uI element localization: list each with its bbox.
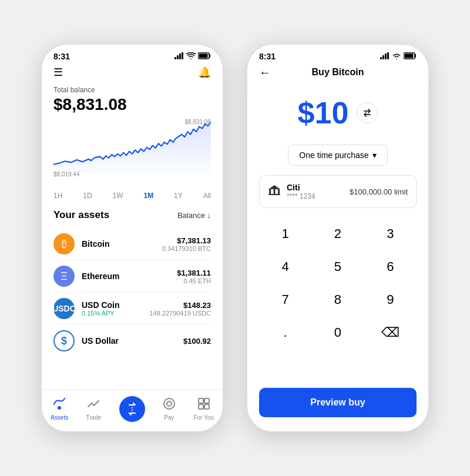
chart-min-label: $8,019.44 <box>53 171 80 177</box>
amount-value: $10 <box>298 95 349 130</box>
key-0[interactable]: 0 <box>311 316 364 349</box>
filter-1m[interactable]: 1M <box>143 192 153 200</box>
key-1[interactable]: 1 <box>259 217 311 250</box>
screen-title: Buy Bitcoin <box>312 67 364 78</box>
keypad: 1 2 3 4 5 6 7 8 9 . 0 ⌫ <box>259 217 417 349</box>
assets-sort[interactable]: Balance ↓ <box>177 211 211 220</box>
key-8[interactable]: 8 <box>311 283 364 316</box>
chevron-down-icon: ▾ <box>372 150 377 160</box>
key-backspace[interactable]: ⌫ <box>364 316 417 349</box>
assets-header: Your assets Balance ↓ <box>53 209 211 221</box>
svg-rect-18 <box>405 54 414 58</box>
left-status-bar: 8:31 <box>42 45 223 63</box>
usdc-info: USD Coin 0.15% APY <box>82 300 149 317</box>
key-3[interactable]: 3 <box>364 217 417 250</box>
svg-point-7 <box>164 398 174 409</box>
key-4[interactable]: 4 <box>259 250 311 283</box>
filter-all[interactable]: All <box>203 192 211 200</box>
asset-row-ethereum[interactable]: Ξ Ethereum $1,381.11 0.45 ETH <box>53 260 211 293</box>
asset-row-usdc[interactable]: USDC USD Coin 0.15% APY $148.23 148.2279… <box>53 293 211 325</box>
nav-pay[interactable]: Pay <box>163 397 176 421</box>
svg-rect-1 <box>177 55 179 59</box>
bank-icon <box>268 185 281 199</box>
purchase-type-label: One time purchase <box>299 150 368 160</box>
key-5[interactable]: 5 <box>311 250 364 283</box>
buy-bitcoin-header: ← Buy Bitcoin <box>247 63 428 86</box>
right-phone: 8:31 <box>247 44 429 432</box>
usdc-icon: USDC <box>53 298 75 319</box>
left-header: ☰ 🔔 <box>42 63 223 86</box>
filter-1d[interactable]: 1D <box>83 192 92 200</box>
payment-method[interactable]: Citi **** 1234 $100,000.00 limit <box>259 175 417 208</box>
svg-rect-13 <box>380 57 382 59</box>
right-time: 8:31 <box>259 52 276 61</box>
balance-value: $8,831.08 <box>53 95 211 114</box>
foryou-icon <box>197 397 210 413</box>
preview-buy-button[interactable]: Preview buy <box>259 388 417 417</box>
svg-rect-19 <box>269 189 271 194</box>
asset-row-usd[interactable]: $ US Dollar $100.92 <box>53 325 211 357</box>
nav-pay-label: Pay <box>164 414 174 421</box>
nav-assets-label: Assets <box>51 414 68 421</box>
left-status-icons <box>174 52 211 61</box>
pay-icon <box>163 397 176 413</box>
bitcoin-values: $7,381.13 0.34179310 BTC <box>162 236 211 252</box>
key-7[interactable]: 7 <box>259 283 311 316</box>
left-time: 8:31 <box>53 52 70 61</box>
ethereum-crypto: 0.45 ETH <box>177 277 211 284</box>
bottom-nav: Assets Trade Pay For You <box>42 390 223 431</box>
nav-foryou-label: For You <box>193 414 213 421</box>
ethereum-name: Ethereum <box>82 271 177 281</box>
bitcoin-crypto: 0.34179310 BTC <box>162 245 211 252</box>
ethereum-values: $1,381.11 0.45 ETH <box>177 269 211 284</box>
key-9[interactable]: 9 <box>364 283 417 316</box>
amount-display: $10 <box>259 95 417 130</box>
key-6[interactable]: 6 <box>364 250 417 283</box>
svg-rect-20 <box>274 189 276 194</box>
purchase-type-button[interactable]: One time purchase ▾ <box>288 145 387 166</box>
key-2[interactable]: 2 <box>311 217 364 250</box>
svg-rect-12 <box>204 404 209 409</box>
nav-assets[interactable]: Assets <box>51 397 68 421</box>
payment-limit: $100,000.00 limit <box>350 187 408 196</box>
back-button[interactable]: ← <box>259 66 271 79</box>
nav-trade[interactable]: Trade <box>86 397 102 421</box>
battery-icon-right <box>404 52 417 61</box>
menu-icon[interactable]: ☰ <box>53 66 63 79</box>
usd-name: US Dollar <box>82 336 183 346</box>
wifi-icon <box>186 52 196 61</box>
svg-rect-0 <box>174 57 176 59</box>
usdc-usd: $148.23 <box>149 301 211 310</box>
payment-bank-name: Citi <box>287 183 344 192</box>
filter-1w[interactable]: 1W <box>113 192 123 200</box>
signal-icon-right <box>380 52 390 61</box>
filter-1h[interactable]: 1H <box>53 192 62 200</box>
bitcoin-name: Bitcoin <box>82 239 162 249</box>
notification-icon[interactable]: 🔔 <box>198 66 211 79</box>
trade-icon <box>87 397 100 413</box>
assets-title: Your assets <box>53 209 109 221</box>
svg-rect-22 <box>268 194 280 195</box>
swap-currency-button[interactable] <box>357 102 378 123</box>
bitcoin-usd: $7,381.13 <box>162 236 211 245</box>
convert-button[interactable] <box>119 396 145 422</box>
key-dot[interactable]: . <box>259 316 311 349</box>
signal-icon <box>174 52 184 61</box>
time-filters: 1H 1D 1W 1M 1Y All <box>53 189 211 205</box>
ethereum-usd: $1,381.11 <box>177 269 211 277</box>
assets-icon <box>53 397 66 413</box>
usd-icon: $ <box>53 330 75 351</box>
asset-row-bitcoin[interactable]: ₿ Bitcoin $7,381.13 0.34179310 BTC <box>53 228 211 260</box>
nav-convert[interactable] <box>119 396 145 422</box>
filter-1y[interactable]: 1Y <box>174 192 183 200</box>
nav-foryou[interactable]: For You <box>193 397 213 421</box>
chart-svg <box>53 119 211 177</box>
bitcoin-info: Bitcoin <box>82 239 162 249</box>
right-status-icons <box>380 52 417 61</box>
svg-rect-9 <box>199 398 203 403</box>
svg-rect-3 <box>182 52 183 59</box>
usdc-crypto: 148.22790419 USDC <box>149 310 211 317</box>
ethereum-icon: Ξ <box>53 266 75 287</box>
svg-rect-10 <box>204 398 209 403</box>
wifi-icon-right <box>392 52 401 61</box>
